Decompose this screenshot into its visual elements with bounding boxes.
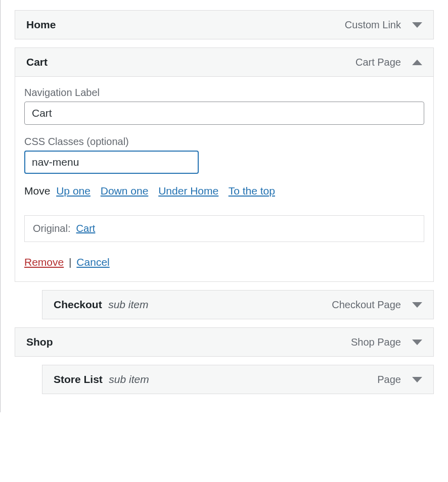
sub-item-label: sub item	[108, 299, 148, 310]
original-box: Original: Cart	[24, 215, 424, 242]
css-classes-label: CSS Classes (optional)	[24, 136, 424, 148]
menu-item-header[interactable]: Store List sub item Page	[42, 365, 434, 394]
menu-item-type: Checkout Page	[332, 299, 401, 311]
chevron-down-icon[interactable]	[412, 340, 422, 345]
menu-item-meta: Page	[377, 374, 422, 385]
menu-item-meta: Shop Page	[351, 336, 422, 348]
menu-item-store-list: Store List sub item Page	[42, 365, 434, 394]
chevron-up-icon[interactable]	[412, 60, 422, 65]
menu-item-type: Shop Page	[351, 336, 401, 348]
remove-link[interactable]: Remove	[24, 256, 64, 268]
menu-item-cart: Cart Cart Page Navigation Label CSS Clas…	[15, 47, 434, 282]
menu-item-body: Navigation Label CSS Classes (optional) …	[15, 77, 434, 282]
menu-item-shop: Shop Shop Page	[15, 327, 434, 357]
nav-label-label: Navigation Label	[24, 87, 424, 99]
chevron-down-icon[interactable]	[412, 377, 422, 382]
menu-item-header[interactable]: Shop Shop Page	[15, 327, 434, 357]
menu-item-title: Shop	[26, 336, 53, 348]
menu-item-header[interactable]: Checkout sub item Checkout Page	[42, 290, 434, 319]
menu-item-title: Store List	[54, 373, 103, 385]
sub-item-label: sub item	[109, 373, 149, 385]
nav-label-input[interactable]	[24, 102, 424, 125]
menu-item-header[interactable]: Home Custom Link	[15, 10, 434, 39]
menu-item-type: Page	[377, 374, 401, 385]
menu-item-title: Checkout	[54, 299, 102, 310]
menu-item-header[interactable]: Cart Cart Page	[15, 47, 434, 77]
menu-item-type: Custom Link	[345, 19, 401, 31]
menu-item-title: Home	[26, 19, 56, 31]
menu-item-title-wrap: Checkout sub item	[54, 299, 149, 311]
move-under-link[interactable]: Under Home	[158, 185, 218, 197]
chevron-down-icon[interactable]	[412, 302, 422, 308]
original-label: Original:	[33, 223, 70, 234]
menu-item-meta: Checkout Page	[332, 299, 422, 311]
css-classes-input[interactable]	[24, 151, 199, 174]
menu-item-type: Cart Page	[355, 57, 401, 68]
divider: |	[69, 256, 71, 268]
actions-row: Remove | Cancel	[24, 256, 424, 268]
nav-label-field: Navigation Label	[24, 87, 424, 125]
original-link[interactable]: Cart	[76, 223, 96, 234]
menu-item-title-wrap: Store List sub item	[54, 373, 149, 385]
menu-item-checkout: Checkout sub item Checkout Page	[42, 290, 434, 319]
menu-item-meta: Cart Page	[355, 57, 422, 68]
move-label: Move	[24, 185, 50, 197]
chevron-down-icon[interactable]	[412, 22, 422, 28]
move-up-one-link[interactable]: Up one	[56, 185, 91, 197]
menu-item-title: Cart	[26, 56, 48, 68]
menu-item-home: Home Custom Link	[15, 10, 434, 39]
move-row: Move Up one Down one Under Home To the t…	[24, 185, 424, 197]
menu-item-meta: Custom Link	[345, 19, 422, 31]
css-classes-field: CSS Classes (optional)	[24, 136, 424, 174]
move-top-link[interactable]: To the top	[229, 185, 275, 197]
cancel-link[interactable]: Cancel	[76, 256, 109, 268]
move-down-one-link[interactable]: Down one	[101, 185, 149, 197]
